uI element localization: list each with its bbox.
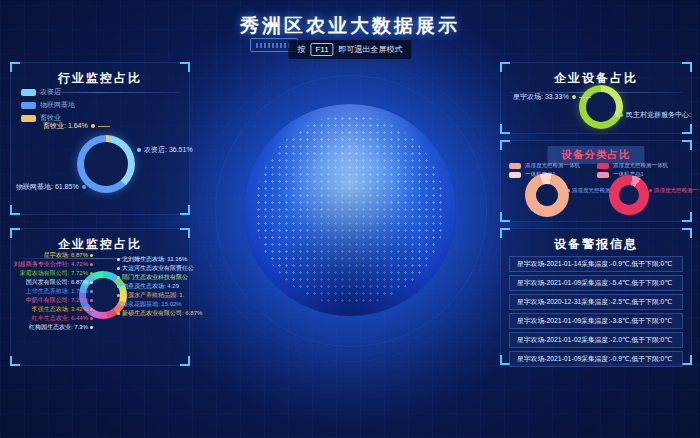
label-dot <box>90 299 93 302</box>
callout-dot <box>619 113 623 117</box>
callout-dot <box>82 185 86 189</box>
chart-label: 鸭燕茂生态农场: 4.29 <box>117 283 179 290</box>
chart-label: 刘超商务专业合作社: 4.72% <box>14 261 93 268</box>
chart-callout: 农资店: 36.51% <box>137 145 193 155</box>
callout-text: 畜牧业: 1.64% <box>43 121 88 131</box>
legend-swatch <box>21 102 36 109</box>
legend-swatch <box>597 172 609 178</box>
label-dot <box>90 254 93 257</box>
dashboard-screen: 秀洲区农业大数据展示 按 F11 即可退出全屏模式 行业监控占比 农资店 物联网… <box>0 0 700 438</box>
alarm-list: 星宇农场-2021-01-14采集温度:-0.9℃,低于下限:0℃ 星宇农场-2… <box>509 256 683 367</box>
chart-callout: 物联网基地: 61.85% <box>16 182 101 192</box>
donut-hole <box>84 142 128 186</box>
legend-swatch <box>21 89 36 96</box>
chart-label: 国兴发有限公司: 6.87% <box>26 279 93 286</box>
legend-label: 温湿度光照检测一体机 <box>525 162 580 169</box>
callout-text: 农资店: 36.51% <box>144 145 193 155</box>
panel-enterprise-monitor: 企业监控占比 星宇农场: 6.87% 刘超商务专业合作社: 4.72% 家庭农场… <box>10 228 190 366</box>
label-dot <box>90 326 93 329</box>
label-text: 绿泉花园基地: 15.02% <box>122 301 182 308</box>
enterprise-left-labels: 星宇农场: 6.87% 刘超商务专业合作社: 4.72% 家庭农场有限公司: 7… <box>13 252 93 331</box>
panel-title: 企业设备占比 <box>501 63 691 87</box>
label-dot <box>117 285 120 288</box>
label-text: 鸭燕茂生态农场: 4.29 <box>122 283 179 290</box>
label-dot <box>117 276 120 279</box>
chart-callout: 畜牧业: 1.64% <box>43 121 110 131</box>
chart-label: 红丰生态农业: 6.44% <box>32 315 93 322</box>
enterprise-right-labels: 北刘姆生态农场: 11.16% 大运河生态农业有限责任公 陆门生态农业科技有限公… <box>117 256 201 317</box>
panel-title: 企业监控占比 <box>11 229 189 253</box>
chart-label: 绿泉花园基地: 15.02% <box>117 301 182 308</box>
label-text: 新硕生态农业有限公司: 6.87% <box>122 310 202 317</box>
panel-device-alarm: 设备警报信息 星宇农场-2021-01-14采集温度:-0.9℃,低于下限:0℃… <box>500 228 692 365</box>
legend-item[interactable]: 温湿度光照检测一体机 <box>509 162 580 169</box>
label-dot <box>117 312 120 315</box>
chart-label: 星宇农场: 6.87% <box>44 252 93 259</box>
callout-text: 物联网基地: 61.85% <box>16 182 79 192</box>
panel-enterprise-device: 企业设备占比 星宇农场: 33.33% 民主村党群服务中心: <box>500 62 692 134</box>
callout-text: 温湿度光照检测一→ <box>654 187 700 194</box>
category-donut-right[interactable] <box>609 175 649 215</box>
label-text: 中奶牛有限公司: 7.29% <box>26 297 88 304</box>
chart-label: 大运河生态农业有限责任公 <box>117 265 194 272</box>
chart-callout: 温湿度光照检测一→ <box>649 187 700 194</box>
chart-label: 家庭农场有限公司: 7.72% <box>20 270 93 277</box>
legend-item[interactable]: 温湿度光照检测一体机 <box>597 162 668 169</box>
industry-legend: 农资店 物联网基地 畜牧业 <box>21 87 75 123</box>
legend-label: 物联网基地 <box>40 100 75 110</box>
label-dot <box>90 290 93 293</box>
label-text: 星宇农场: 6.87% <box>44 252 88 259</box>
label-text: 李强生态农场: 3.42% <box>32 306 88 313</box>
legend-label: 农资店 <box>40 87 61 97</box>
label-text: 大运河生态农业有限责任公 <box>122 265 194 272</box>
callout-line <box>89 187 101 188</box>
panel-industry-monitor: 行业监控占比 农资店 物联网基地 畜牧业 畜牧业: 1.64% 农资店: 36 <box>10 62 190 215</box>
alarm-row: 星宇农场-2021-01-09采集温度:-3.8℃,低于下限:0℃ <box>509 313 683 329</box>
chart-label: 上华生态养殖场: 1.72% <box>26 288 93 295</box>
label-text: 家庭农场有限公司: 7.72% <box>20 270 88 277</box>
label-text: 丰源水产养殖精品园: 1. <box>122 292 184 299</box>
legend-item[interactable]: 农资店 <box>21 87 75 97</box>
hint-suffix: 即可退出全屏模式 <box>339 44 403 55</box>
alarm-row: 星宇农场-2021-01-14采集温度:-0.9℃,低于下限:0℃ <box>509 256 683 272</box>
label-text: 上华生态养殖场: 1.72% <box>26 288 88 295</box>
label-dot <box>90 272 93 275</box>
chart-callout: 民主村党群服务中心: <box>619 110 691 120</box>
label-text: 陆门生态农业科技有限公 <box>122 274 188 281</box>
legend-label: 温湿度光照检测一体机 <box>613 162 668 169</box>
callout-line <box>98 126 110 127</box>
label-text: 红丰生态农业: 6.44% <box>32 315 88 322</box>
alarm-row: 星宇农场-2021-01-09采集温度:-0.9℃,低于下限:0℃ <box>509 351 683 367</box>
label-dot <box>117 267 120 270</box>
page-title: 秀洲区农业大数据展示 <box>240 13 460 39</box>
panel-title: 设备警报信息 <box>501 229 691 253</box>
legend-swatch <box>509 163 521 169</box>
alarm-row: 星宇农场-2020-12-31采集温度:-2.5℃,低于下限:0℃ <box>509 294 683 310</box>
callout-dot <box>572 95 576 99</box>
label-text: 红梅园生态农业: 7.3% <box>29 324 88 331</box>
chart-callout: 星宇农场: 33.33% <box>513 92 591 102</box>
callout-dot <box>91 124 95 128</box>
callout-text: 民主村党群服务中心: <box>626 110 691 120</box>
alarm-row: 星宇农场-2021-01-09采集温度:-5.4℃,低于下限:0℃ <box>509 275 683 291</box>
label-text: 北刘姆生态农场: 11.16% <box>122 256 187 263</box>
callout-dot <box>567 189 570 192</box>
hint-prefix: 按 <box>297 44 305 55</box>
chart-label: 红梅园生态农业: 7.3% <box>29 324 93 331</box>
chart-label: 中奶牛有限公司: 7.29% <box>26 297 93 304</box>
label-dot <box>117 294 120 297</box>
chart-label: 陆门生态农业科技有限公 <box>117 274 188 281</box>
category-donut-left[interactable] <box>525 173 569 217</box>
label-dot <box>90 281 93 284</box>
callout-dot <box>137 148 141 152</box>
alarm-row: 星宇农场-2021-01-02采集温度:-2.0℃,低于下限:0℃ <box>509 332 683 348</box>
legend-item[interactable]: 物联网基地 <box>21 100 75 110</box>
panel-title: 行业监控占比 <box>11 63 189 87</box>
callout-line <box>579 97 591 98</box>
donut-hole <box>619 185 639 205</box>
legend-swatch <box>21 115 36 122</box>
globe <box>244 104 456 316</box>
chart-label: 新硕生态农业有限公司: 6.87% <box>117 310 202 317</box>
panel-device-category: 设备分类占比 温湿度光照检测一体机 一体机产品1 温湿度光照检测一→ 温湿度光照… <box>500 140 692 222</box>
chart-label: 丰源水产养殖精品园: 1. <box>117 292 184 299</box>
